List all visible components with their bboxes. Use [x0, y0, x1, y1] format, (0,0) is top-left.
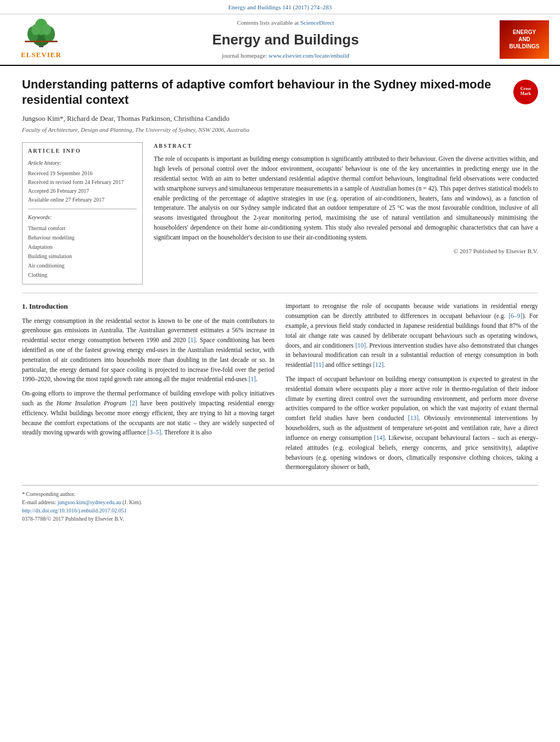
article-history-label: Article history: [28, 159, 137, 167]
sciencedirect-link[interactable]: ScienceDirect [300, 19, 334, 26]
abstract-label: ABSTRACT [154, 142, 538, 150]
asterisk-note: * Corresponding author. [22, 491, 75, 497]
section-title: Introduction [29, 302, 68, 310]
intro-left-column: 1. Introduction The energy consumption i… [22, 302, 275, 477]
keyword-clothing: Clothing [28, 270, 137, 280]
ref-3-5[interactable]: [3–5] [147, 429, 161, 436]
ref-1b[interactable]: [1] [249, 376, 256, 382]
intro-right-column: important to recognise the role of occup… [285, 302, 538, 477]
article-title: Understanding patterns of adaptive comfo… [22, 77, 502, 108]
intro-paragraph-3: important to recognise the role of occup… [285, 302, 538, 370]
keywords-list: Thermal comfort Behaviour modelling Adap… [28, 224, 137, 280]
affiliation-line: Faculty of Architecture, Design and Plan… [22, 126, 538, 134]
journal-citation-bar: Energy and Buildings 141 (2017) 274–283 [0, 0, 560, 14]
ref-2[interactable]: [2] [130, 400, 137, 406]
footer-section: * Corresponding author. E-mail address: … [22, 485, 538, 523]
authors-line: Jungsoo Kim*, Richard de Dear, Thomas Pa… [22, 114, 538, 124]
email-suffix: (J. Kim). [122, 499, 142, 505]
article-info-label: ARTICLE INFO [28, 147, 137, 155]
intro-paragraph-1: The energy consumption in the residentia… [22, 316, 275, 385]
keyword-adaptation: Adaptation [28, 242, 137, 252]
intro-paragraph-4: The impact of occupant behaviour on buil… [285, 375, 538, 472]
email-address[interactable]: jungsoo.kim@sydney.edu.au [58, 499, 121, 505]
article-content: Understanding patterns of adaptive comfo… [0, 66, 560, 534]
doi-url[interactable]: http://dx.doi.org/10.1016/j.enbuild.2017… [22, 507, 127, 514]
keyword-behaviour-modelling: Behaviour modelling [28, 233, 137, 242]
ref-10[interactable]: [10] [355, 342, 366, 349]
corresponding-note: * Corresponding author. [22, 490, 538, 498]
online-date: Available online 27 February 2017 [28, 196, 137, 204]
article-info-abstract-section: ARTICLE INFO Article history: Received 1… [22, 142, 538, 284]
intro-paragraph-2: On-going efforts to improve the thermal … [22, 389, 275, 438]
article-title-section: Understanding patterns of adaptive comfo… [22, 77, 538, 108]
journal-homepage-line: journal homepage: www.elsevier.com/locat… [77, 52, 494, 60]
authors-text: Jungsoo Kim*, Richard de Dear, Thomas Pa… [22, 114, 229, 122]
ref-6-9[interactable]: [6–9] [509, 313, 523, 319]
article-info-box: ARTICLE INFO Article history: Received 1… [22, 142, 143, 284]
ref-13[interactable]: [13] [408, 415, 418, 421]
email-label: E-mail address: [22, 499, 56, 505]
journal-center-header: Contents lists available at ScienceDirec… [71, 19, 500, 60]
svg-point-5 [31, 24, 40, 35]
ref-12[interactable]: [12] [373, 361, 383, 368]
accepted-date: Accepted 26 February 2017 [28, 187, 137, 196]
received-date: Received 19 September 2016 [28, 169, 137, 178]
journal-citation: Energy and Buildings 141 (2017) 274–283 [228, 4, 332, 10]
svg-point-6 [42, 24, 51, 35]
keyword-air-conditioning: Air conditioning [28, 261, 137, 270]
conducted-word: conducted [512, 175, 538, 182]
elsevier-text: ELSEVIER [21, 50, 61, 60]
section-heading: 1. Introduction [22, 302, 275, 311]
email-line: E-mail address: jungsoo.kim@sydney.edu.a… [22, 498, 538, 506]
copyright-line: © 2017 Published by Elsevier B.V. [154, 247, 538, 255]
abstract-column: ABSTRACT The role of occupants is import… [154, 142, 538, 284]
section-number: 1. [22, 302, 27, 310]
journal-header: ELSEVIER Contents lists available at Sci… [0, 14, 560, 65]
ref-1[interactable]: [1] [188, 337, 195, 343]
article-dates: Received 19 September 2016 Received in r… [28, 169, 137, 204]
crossmark-badge[interactable]: CrossMark [513, 80, 538, 104]
journal-title: Energy and Buildings [77, 30, 494, 49]
elsevier-logo: ELSEVIER [11, 19, 71, 60]
keyword-thermal-comfort: Thermal comfort [28, 224, 137, 233]
ref-14[interactable]: [14] [374, 434, 384, 441]
keywords-label: Keywords: [28, 214, 137, 221]
issn-line: 0378-7788/© 2017 Published by Elsevier B… [22, 515, 538, 523]
page: Energy and Buildings 141 (2017) 274–283 … [0, 0, 560, 742]
contents-line: Contents lists available at ScienceDirec… [77, 19, 494, 27]
revised-date: Received in revised form 24 February 201… [28, 178, 137, 187]
keyword-building-simulation: Building simulation [28, 252, 137, 261]
article-info-column: ARTICLE INFO Article history: Received 1… [22, 142, 143, 284]
introduction-section: 1. Introduction The energy consumption i… [22, 302, 538, 477]
doi-line: http://dx.doi.org/10.1016/j.enbuild.2017… [22, 506, 538, 515]
elsevier-tree-icon [19, 19, 63, 49]
svg-rect-7 [25, 41, 58, 42]
crossmark-label: CrossMark [520, 87, 531, 97]
home-insulation-program: Home Insulation Program [57, 400, 126, 406]
info-divider [28, 209, 137, 209]
abstract-text: The role of occupants is important as bu… [154, 154, 538, 242]
energy-buildings-logo: ENERGY AND BUILDINGS [500, 20, 549, 59]
section-divider [22, 293, 538, 293]
homepage-url[interactable]: www.elsevier.com/locate/enbuild [268, 52, 349, 59]
ref-11[interactable]: [11] [313, 361, 324, 368]
